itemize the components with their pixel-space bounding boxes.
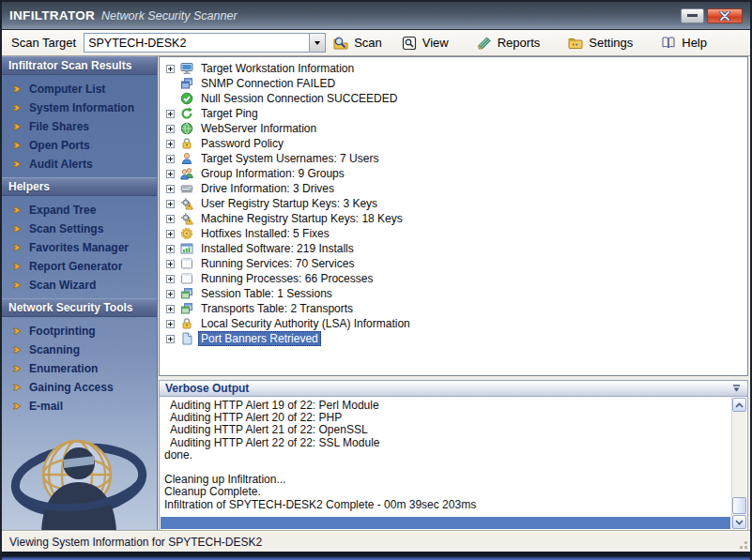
expand-toggle-icon[interactable] <box>166 155 175 163</box>
tree-item-machine-registry-startup-keys-18-keys[interactable]: Machine Registry Startup Keys: 18 Keys <box>163 211 745 226</box>
tree-item-label[interactable]: Session Table: 1 Sessions <box>198 286 335 301</box>
tree-item-null-session-connection-succeeded[interactable]: Null Session Connection SUCCEEDED <box>163 91 745 106</box>
expand-toggle-icon[interactable] <box>166 230 175 238</box>
tree-item-label[interactable]: Drive Information: 3 Drives <box>198 181 337 196</box>
sidebar-item-audit-alerts[interactable]: Audit Alerts <box>2 155 157 174</box>
expand-toggle-icon[interactable] <box>166 110 175 118</box>
sidebar-item-label: Audit Alerts <box>29 158 93 171</box>
tree-item-label[interactable]: Null Session Connection SUCCEEDED <box>198 91 400 106</box>
tree-item-label[interactable]: Running Services: 70 Services <box>198 256 357 271</box>
sidebar-section-header: Helpers <box>2 177 157 196</box>
expand-toggle-icon[interactable] <box>166 335 175 343</box>
scan-target-input[interactable] <box>84 34 309 52</box>
expand-toggle-icon[interactable] <box>166 215 175 223</box>
tree-item-running-processes-66-processes[interactable]: Running Processes: 66 Processes <box>163 271 745 286</box>
sidebar-item-label: Enumeration <box>29 362 98 375</box>
tree-item-group-information-9-groups[interactable]: Group Information: 9 Groups <box>163 166 745 181</box>
expand-toggle-icon[interactable] <box>166 290 175 298</box>
combobox-dropdown-button[interactable] <box>309 34 325 52</box>
tree-item-label[interactable]: Machine Registry Startup Keys: 18 Keys <box>198 211 406 226</box>
sidebar-item-expand-tree[interactable]: Expand Tree <box>2 201 157 219</box>
tree-item-target-workstation-information[interactable]: Target Workstation Information <box>163 61 745 76</box>
sidebar-item-open-ports[interactable]: Open Ports <box>2 136 157 155</box>
tree-item-local-security-authority-lsa-information[interactable]: Local Security Authority (LSA) Informati… <box>163 316 745 331</box>
sidebar-item-system-information[interactable]: System Information <box>2 98 157 117</box>
scroll-up-button[interactable] <box>732 398 746 412</box>
expand-toggle-icon[interactable] <box>166 275 175 283</box>
sidebar-section-header: Network Security Tools <box>2 298 157 317</box>
tree-item-running-services-70-services[interactable]: Running Services: 70 Services <box>163 256 745 271</box>
content-column: Target Workstation InformationSNMP Conne… <box>158 56 750 531</box>
scan-results-tree: Target Workstation InformationSNMP Conne… <box>159 56 748 376</box>
view-button[interactable]: View <box>402 36 449 51</box>
tree-item-label[interactable]: Target Workstation Information <box>198 61 357 76</box>
tree-item-label[interactable]: Target Ping <box>198 106 261 121</box>
tree-item-label[interactable]: SNMP Connection FAILED <box>198 76 338 91</box>
expand-toggle-icon[interactable] <box>166 245 175 253</box>
tree-item-target-ping[interactable]: Target Ping <box>163 106 745 121</box>
expand-toggle-icon[interactable] <box>166 65 175 73</box>
tree-item-webserver-information[interactable]: WebServer Information <box>163 121 745 136</box>
tree-item-target-system-usernames-7-users[interactable]: Target System Usernames: 7 Users <box>163 151 745 166</box>
tree-item-label[interactable]: Transports Table: 2 Transports <box>198 301 356 316</box>
sidebar-item-scan-wizard[interactable]: Scan Wizard <box>2 276 157 295</box>
tree-item-session-table-1-sessions[interactable]: Session Table: 1 Sessions <box>163 286 745 301</box>
scroll-down-button[interactable] <box>732 515 746 529</box>
sidebar-item-report-generator[interactable]: Report Generator <box>2 257 157 276</box>
tree-item-password-policy[interactable]: Password Policy <box>163 136 745 151</box>
minimize-button[interactable] <box>681 8 704 23</box>
tree-item-label[interactable]: Installed Software: 219 Installs <box>198 241 357 256</box>
tree-item-installed-software-219-installs[interactable]: Installed Software: 219 Installs <box>163 241 745 256</box>
scrollbar-thumb[interactable] <box>732 497 746 514</box>
drive-icon <box>179 182 194 195</box>
settings-button[interactable]: Settings <box>568 36 633 51</box>
sidebar-item-scan-settings[interactable]: Scan Settings <box>2 219 157 238</box>
resize-grip[interactable] <box>744 546 747 549</box>
sidebar-item-scanning[interactable]: Scanning <box>2 341 157 359</box>
tree-item-label[interactable]: Port Banners Retrieved <box>198 331 321 346</box>
tree-item-label[interactable]: Running Processes: 66 Processes <box>198 271 376 286</box>
sidebar-item-favorites-manager[interactable]: Favorites Manager <box>2 238 157 257</box>
tree-item-user-registry-startup-keys-3-keys[interactable]: User Registry Startup Keys: 3 Keys <box>163 196 745 211</box>
reports-button[interactable]: Reports <box>477 36 541 51</box>
collapse-panel-icon[interactable] <box>731 384 742 394</box>
tree-item-label[interactable]: Password Policy <box>198 136 286 151</box>
expand-toggle-icon[interactable] <box>166 260 175 268</box>
user-icon <box>179 152 194 165</box>
sidebar-item-file-shares[interactable]: File Shares <box>2 117 157 136</box>
expand-toggle-icon[interactable] <box>166 200 175 208</box>
expand-toggle-icon[interactable] <box>166 170 175 178</box>
expand-toggle-icon[interactable] <box>166 125 175 133</box>
tree-item-label[interactable]: Target System Usernames: 7 Users <box>198 151 381 166</box>
close-button[interactable] <box>707 8 743 23</box>
sidebar-item-enumeration[interactable]: Enumeration <box>2 359 157 378</box>
tree-item-snmp-connection-failed[interactable]: SNMP Connection FAILED <box>163 76 745 91</box>
tree-item-port-banners-retrieved[interactable]: Port Banners Retrieved <box>163 331 745 346</box>
expand-toggle-icon[interactable] <box>166 305 175 313</box>
tree-item-label[interactable]: WebServer Information <box>198 121 319 136</box>
tree-item-label[interactable]: Hotfixes Installed: 5 Fixes <box>198 226 332 241</box>
tree-item-transports-table-2-transports[interactable]: Transports Table: 2 Transports <box>163 301 745 316</box>
sidebar-item-label: Computer List <box>29 83 105 96</box>
tree-item-label[interactable]: Group Information: 9 Groups <box>198 166 347 181</box>
expand-toggle-icon[interactable] <box>166 140 175 148</box>
scrollbar-track[interactable] <box>732 412 746 515</box>
sidebar-item-gaining-access[interactable]: Gaining Access <box>2 378 157 397</box>
tree-item-label[interactable]: Local Security Authority (LSA) Informati… <box>198 316 413 331</box>
sidebar-item-computer-list[interactable]: Computer List <box>2 80 157 98</box>
expand-toggle-icon[interactable] <box>166 185 175 193</box>
sidebar-item-label: Gaining Access <box>29 381 114 394</box>
infiltrator-logo <box>2 426 157 531</box>
tree-item-drive-information-3-drives[interactable]: Drive Information: 3 Drives <box>163 181 745 196</box>
sidebar-item-e-mail[interactable]: E-mail <box>2 397 157 416</box>
tree-item-label[interactable]: User Registry Startup Keys: 3 Keys <box>198 196 380 211</box>
sidebar-item-label: E-mail <box>29 400 63 413</box>
scan-target-combobox[interactable] <box>84 33 326 53</box>
help-button[interactable]: Help <box>661 36 707 51</box>
sidebar-item-footprinting[interactable]: Footprinting <box>2 322 157 341</box>
expand-toggle-icon[interactable] <box>166 320 175 328</box>
vertical-scrollbar[interactable] <box>731 398 746 529</box>
chevron-down-icon <box>315 41 320 45</box>
tree-item-hotfixes-installed-5-fixes[interactable]: Hotfixes Installed: 5 Fixes <box>163 226 745 241</box>
scan-button[interactable]: Scan <box>333 36 382 51</box>
